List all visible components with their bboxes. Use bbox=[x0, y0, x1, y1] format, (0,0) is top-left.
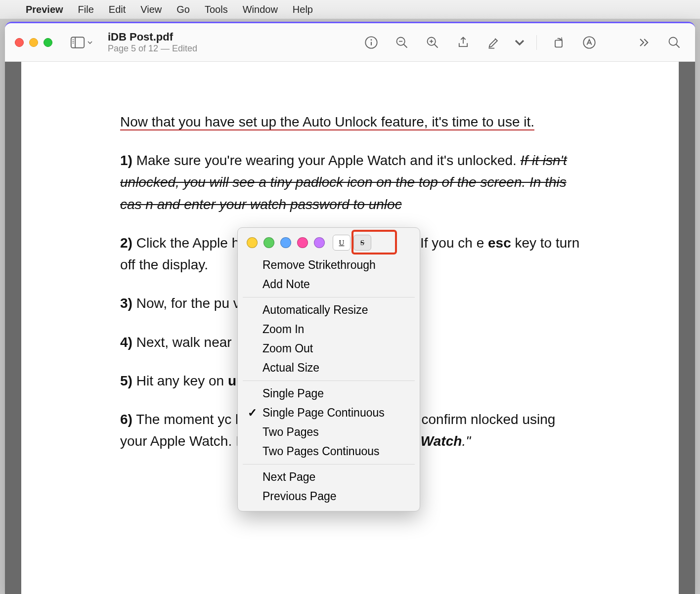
menu-auto-resize[interactable]: Automatically Resize bbox=[238, 300, 420, 320]
step-text: ." bbox=[462, 433, 471, 449]
chevrons-right-icon bbox=[637, 36, 651, 49]
step-number: 3) bbox=[120, 296, 132, 311]
close-button[interactable] bbox=[15, 38, 24, 47]
highlight-yellow[interactable] bbox=[247, 237, 258, 248]
menu-zoom-out[interactable]: Zoom Out bbox=[238, 339, 420, 358]
chevron-down-icon bbox=[87, 40, 93, 45]
zoom-out-button[interactable] bbox=[391, 32, 413, 53]
menu-single-page-continuous[interactable]: Single Page Continuous bbox=[238, 403, 420, 423]
step-number: 4) bbox=[120, 335, 132, 350]
macos-menubar: Preview File Edit View Go Tools Window H… bbox=[0, 0, 700, 19]
step-text: Make sure you're wearing your Apple Watc… bbox=[132, 153, 521, 168]
menu-two-pages[interactable]: Two Pages bbox=[238, 423, 420, 442]
highlighter-icon bbox=[487, 36, 501, 49]
svg-rect-0 bbox=[71, 37, 84, 48]
markup-icon bbox=[582, 36, 596, 49]
share-icon bbox=[456, 36, 470, 49]
menu-separator bbox=[243, 297, 415, 297]
search-button[interactable] bbox=[663, 32, 685, 53]
highlight-button[interactable] bbox=[483, 32, 505, 53]
info-button[interactable] bbox=[360, 32, 382, 53]
step-number: 2) bbox=[120, 235, 132, 251]
highlight-pink[interactable] bbox=[297, 237, 308, 248]
step-number: 1) bbox=[120, 153, 132, 168]
highlight-blue[interactable] bbox=[280, 237, 291, 248]
highlight-menu-button[interactable] bbox=[514, 32, 525, 53]
svg-line-19 bbox=[676, 44, 680, 47]
chevron-down-icon bbox=[514, 36, 525, 49]
context-menu: U S Remove Strikethrough Add Note Automa… bbox=[237, 227, 420, 511]
menu-tools[interactable]: Tools bbox=[205, 4, 228, 15]
zoom-out-icon bbox=[395, 36, 409, 49]
menu-edit[interactable]: Edit bbox=[109, 4, 126, 15]
underline-button[interactable]: U bbox=[333, 235, 350, 251]
intro-text: Now that you have set up the Auto Unlock… bbox=[120, 114, 534, 130]
info-icon bbox=[364, 36, 378, 49]
menu-single-page[interactable]: Single Page bbox=[238, 384, 420, 403]
step-text: Hit any key on bbox=[132, 373, 228, 388]
rotate-button[interactable] bbox=[548, 32, 569, 53]
svg-line-12 bbox=[435, 44, 438, 47]
overflow-button[interactable] bbox=[633, 32, 655, 53]
document-title: iDB Post.pdf bbox=[108, 31, 197, 43]
bold-text: esc bbox=[488, 235, 511, 251]
step-text: . If you ch e bbox=[412, 235, 488, 251]
step-text: Next, walk near bbox=[132, 335, 232, 350]
svg-rect-16 bbox=[555, 40, 562, 47]
sidebar-toggle-button[interactable] bbox=[70, 37, 93, 48]
document-subtitle: Page 5 of 12 — Edited bbox=[108, 43, 197, 54]
strikethrough-button[interactable]: S bbox=[353, 235, 371, 251]
menu-previous-page[interactable]: Previous Page bbox=[238, 487, 420, 506]
sidebar-icon bbox=[70, 37, 85, 48]
menu-next-page[interactable]: Next Page bbox=[238, 467, 420, 487]
svg-point-18 bbox=[669, 37, 677, 45]
window-controls bbox=[15, 38, 52, 47]
titlebar: iDB Post.pdf Page 5 of 12 — Edited bbox=[5, 23, 695, 62]
zoom-in-icon bbox=[426, 36, 439, 49]
menu-separator bbox=[243, 464, 415, 465]
menu-two-pages-continuous[interactable]: Two Pages Continuous bbox=[238, 442, 420, 461]
highlight-purple[interactable] bbox=[314, 237, 325, 248]
highlight-color-row: U S bbox=[238, 231, 420, 255]
share-button[interactable] bbox=[452, 32, 474, 53]
menu-view[interactable]: View bbox=[140, 4, 162, 15]
menu-zoom-in[interactable]: Zoom In bbox=[238, 320, 420, 339]
step-1: 1) Make sure you're wearing your Apple W… bbox=[120, 150, 580, 215]
document-title-block: iDB Post.pdf Page 5 of 12 — Edited bbox=[108, 31, 197, 54]
menu-help[interactable]: Help bbox=[293, 4, 313, 15]
menu-file[interactable]: File bbox=[78, 4, 94, 15]
menu-go[interactable]: Go bbox=[176, 4, 190, 15]
search-icon bbox=[667, 36, 681, 49]
menu-remove-strikethrough[interactable]: Remove Strikethrough bbox=[238, 255, 420, 275]
zoom-in-button[interactable] bbox=[422, 32, 443, 53]
step-number: 5) bbox=[120, 373, 132, 388]
rotate-icon bbox=[552, 36, 566, 49]
step-number: 6) bbox=[120, 412, 132, 427]
svg-line-9 bbox=[404, 44, 407, 47]
minimize-button[interactable] bbox=[29, 38, 38, 47]
markup-button[interactable] bbox=[578, 32, 600, 53]
fullscreen-button[interactable] bbox=[44, 38, 52, 47]
menu-actual-size[interactable]: Actual Size bbox=[238, 358, 420, 378]
menu-window[interactable]: Window bbox=[243, 4, 278, 15]
menu-add-note[interactable]: Add Note bbox=[238, 275, 420, 294]
toolbar-separator bbox=[536, 35, 537, 50]
app-name[interactable]: Preview bbox=[26, 4, 63, 15]
svg-point-17 bbox=[583, 37, 595, 48]
svg-point-6 bbox=[371, 39, 372, 41]
highlight-green[interactable] bbox=[263, 237, 274, 248]
menu-separator bbox=[243, 381, 415, 381]
